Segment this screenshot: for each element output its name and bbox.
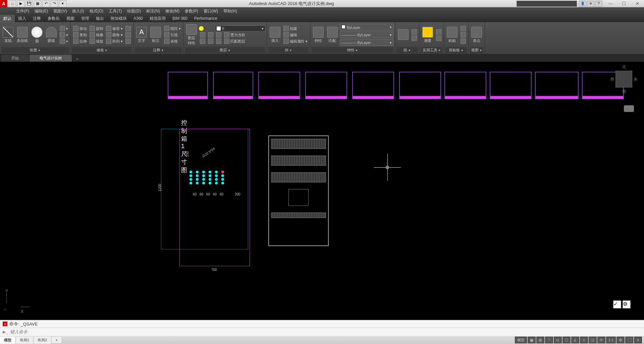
edit-attr-button[interactable]: 编辑属性 ▾ xyxy=(282,38,309,44)
layer-dropdown[interactable]: 0▾ xyxy=(215,25,265,32)
help-icon[interactable]: ? xyxy=(595,1,602,7)
ribbon-tab-manage[interactable]: 管理 xyxy=(78,15,93,22)
util-i1[interactable] xyxy=(435,29,442,35)
match-layer-button[interactable]: 匹配图层 xyxy=(223,38,246,44)
command-input[interactable] xyxy=(10,329,641,334)
properties-button[interactable]: 特性 xyxy=(312,26,325,44)
viewcube-east[interactable]: 东 xyxy=(634,77,637,82)
layer-i5[interactable] xyxy=(207,38,214,44)
add-tab-button[interactable]: + xyxy=(72,56,82,62)
qat-undo-icon[interactable]: ↶ xyxy=(42,0,50,7)
sheet-thumb-3[interactable] xyxy=(258,72,300,99)
circle-button[interactable]: 圆 xyxy=(30,26,44,44)
base-point-button[interactable]: 基点 xyxy=(470,26,483,44)
panel-title-layers[interactable]: 图层 xyxy=(185,47,265,53)
leader-button[interactable]: 引线 xyxy=(163,32,182,38)
insert-block-button[interactable]: 插入 xyxy=(268,26,282,44)
status-annoscale[interactable]: 1:1 xyxy=(606,337,616,343)
ribbon-tab-insert[interactable]: 插入 xyxy=(15,15,30,22)
status-gear-icon[interactable]: ⚙ xyxy=(616,337,625,343)
layer-i2[interactable] xyxy=(207,32,214,38)
group-i2[interactable] xyxy=(411,35,418,41)
close-button[interactable]: ✕ xyxy=(631,0,644,7)
menu-edit[interactable]: 编辑(E) xyxy=(32,8,51,14)
status-ortho-icon[interactable]: └ xyxy=(545,337,553,343)
color-dropdown[interactable]: ByLayer▾ xyxy=(340,24,393,31)
clip-i3[interactable] xyxy=(460,38,467,44)
modify-extra-1[interactable] xyxy=(124,25,132,32)
layer-props-button[interactable]: 图层特性 xyxy=(185,23,198,46)
layout-tab-1[interactable]: 布局1 xyxy=(16,337,34,344)
panel-title-block[interactable]: 块 xyxy=(268,47,309,53)
status-customize-icon[interactable]: ≡ xyxy=(634,337,642,343)
ribbon-tab-a360[interactable]: A360 xyxy=(130,15,146,22)
ribbon-tab-parametric[interactable]: 参数化 xyxy=(44,15,63,22)
array-button[interactable]: 阵列 ▾ xyxy=(105,38,124,44)
viewcube-north[interactable]: 北 xyxy=(610,64,637,69)
menu-window[interactable]: 窗口(W) xyxy=(201,8,221,14)
search-input[interactable] xyxy=(517,1,577,7)
view-icon-1[interactable]: ✓ xyxy=(613,300,621,308)
line-button[interactable]: 直线 xyxy=(1,26,15,44)
ribbon-tab-addins[interactable]: 附加模块 xyxy=(107,15,130,22)
mirror-button[interactable]: 镜像 xyxy=(89,32,104,38)
sheet-thumb-2[interactable] xyxy=(213,72,253,99)
menu-parametric[interactable]: 参数(P) xyxy=(182,8,201,14)
modify-extra-3[interactable] xyxy=(124,38,132,44)
nav-bar[interactable] xyxy=(624,105,634,112)
linear-dim-button[interactable]: 线性 ▾ xyxy=(163,25,182,32)
linetype-dropdown[interactable]: ———— ByLayer▾ xyxy=(340,39,393,46)
move-button[interactable]: 移动 xyxy=(72,25,88,32)
ribbon-tab-performance[interactable]: Performance xyxy=(191,15,221,22)
ribbon-tab-default[interactable]: 默认 xyxy=(0,15,15,22)
maximize-button[interactable]: ☐ xyxy=(617,0,631,7)
qat-redo-icon[interactable]: ↷ xyxy=(51,0,58,7)
draw-flyout-1[interactable]: ▾ xyxy=(59,25,69,32)
layer-i4[interactable] xyxy=(199,38,206,44)
qat-plot-icon[interactable]: ▦ xyxy=(34,0,41,7)
group-i1[interactable] xyxy=(411,29,418,35)
view-icon-2[interactable]: ⚙ xyxy=(623,300,631,308)
panel-title-annotate[interactable]: 注释 xyxy=(135,47,182,53)
dimension-button[interactable]: 标注 xyxy=(149,26,162,44)
menu-draw[interactable]: 绘图(D) xyxy=(124,8,144,14)
sheet-thumb-7[interactable] xyxy=(444,72,486,99)
sheet-thumb-9[interactable] xyxy=(535,72,579,99)
rotate-button[interactable]: 旋转 xyxy=(89,25,104,32)
ribbon-tab-annotate[interactable]: 注释 xyxy=(30,15,44,22)
menu-format[interactable]: 格式(O) xyxy=(87,8,106,14)
util-i2[interactable] xyxy=(435,35,442,41)
status-osnap-icon[interactable]: ☐ xyxy=(562,337,571,343)
panel-title-utils[interactable]: 实用工具 xyxy=(421,47,442,53)
create-block-button[interactable]: 创建 xyxy=(282,25,309,32)
viewcube-west[interactable]: 西 xyxy=(610,77,614,82)
status-model[interactable]: 模型 xyxy=(515,337,527,343)
ribbon-tab-view[interactable]: 视图 xyxy=(63,15,78,22)
minimize-button[interactable]: — xyxy=(604,0,617,7)
sheet-thumb-1[interactable] xyxy=(168,72,208,99)
paste-button[interactable]: 粘贴 xyxy=(445,26,459,44)
layer-i6[interactable] xyxy=(215,38,222,44)
exchange-icon[interactable]: ✕ xyxy=(587,1,594,7)
layer-bulb-icon[interactable] xyxy=(199,26,204,31)
ribbon-tab-bim360[interactable]: BIM 360 xyxy=(169,15,191,22)
sheet-thumb-4[interactable] xyxy=(305,72,347,99)
layer-lock-icon[interactable] xyxy=(210,26,214,31)
draw-flyout-3[interactable]: ▾ xyxy=(59,38,69,44)
scale-button[interactable]: 缩放 xyxy=(89,38,104,44)
qat-save-icon[interactable]: 💾 xyxy=(25,0,33,7)
clip-i2[interactable] xyxy=(460,32,467,38)
arc-button[interactable]: 圆弧 xyxy=(45,26,58,44)
draw-flyout-2[interactable]: ▾ xyxy=(59,32,69,38)
clip-i1[interactable] xyxy=(460,25,467,32)
layout-tab-add[interactable]: + xyxy=(51,337,62,343)
ribbon-tab-featured[interactable]: 精选应用 xyxy=(146,15,169,22)
qat-open-icon[interactable]: ▶ xyxy=(17,0,24,7)
layout-tab-model[interactable]: 模型 xyxy=(0,337,16,344)
cmd-close-icon[interactable]: x xyxy=(3,322,7,326)
menu-tools[interactable]: 工具(T) xyxy=(106,8,124,14)
status-lweight-icon[interactable]: ≡ xyxy=(580,337,588,343)
copy-button[interactable]: 复制 xyxy=(72,32,88,38)
menu-view[interactable]: 视图(V) xyxy=(51,8,69,14)
fillet-button[interactable]: 圆角 ▾ xyxy=(105,32,124,38)
